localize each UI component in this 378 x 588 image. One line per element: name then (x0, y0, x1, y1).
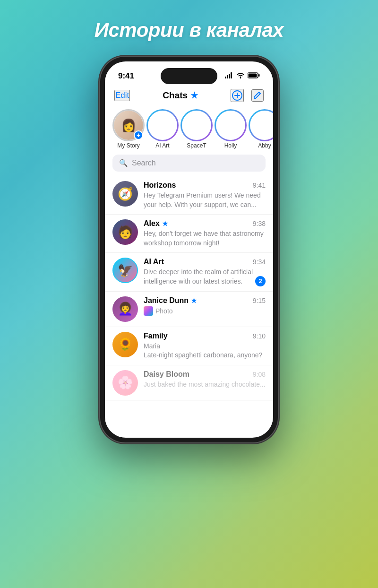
phone-frame: 9:41 (99, 56, 279, 443)
story-item-my-story[interactable]: 👩 + My Story (112, 111, 146, 149)
daisy-avatar: 🌸 (112, 370, 138, 396)
chat-list: 🧭 Horizons 9:41 Hey Telegram Premium use… (105, 176, 273, 401)
horizons-preview: Hey Telegram Premium users! We need your… (144, 191, 266, 209)
family-time: 9:10 (253, 332, 266, 340)
photo-thumb (144, 306, 153, 316)
chat-item-family[interactable]: 🌻 Family 9:10 MariaLate-night spaghetti … (105, 327, 273, 365)
daisy-time: 9:08 (253, 371, 266, 378)
horizons-name: Horizons (144, 181, 176, 190)
horizons-avatar: 🧭 (112, 181, 138, 207)
unread-badge-ai-art: 2 (255, 276, 266, 286)
alex-star: ★ (162, 220, 168, 227)
search-icon: 🔍 (119, 159, 128, 167)
janice-photo-preview: Photo (144, 306, 266, 316)
svg-rect-3 (231, 72, 232, 78)
ai-art-chat-preview: Dive deeper into the realm of artificial… (144, 268, 255, 286)
my-story-label: My Story (117, 142, 139, 149)
abby-label: Abby (258, 142, 271, 149)
family-preview: MariaLate-night spaghetti carbonara, any… (144, 342, 266, 360)
edit-button[interactable]: Edit (114, 90, 130, 101)
new-group-button[interactable] (231, 89, 244, 102)
family-name: Family (144, 332, 168, 340)
alex-content: Alex ★ 9:38 Hey, don't forget we have th… (144, 219, 266, 248)
janice-star: ★ (191, 297, 197, 304)
story-item-abby[interactable]: ✌️ Abby (248, 111, 273, 149)
family-content: Family 9:10 MariaLate-night spaghetti ca… (144, 332, 266, 360)
phone-screen: 9:41 (105, 61, 273, 438)
header-title: Chats ★ (163, 90, 198, 101)
search-bar[interactable]: 🔍 Search (112, 155, 266, 172)
svg-rect-6 (258, 74, 260, 77)
wifi-icon (236, 72, 245, 80)
story-item-ai-art[interactable]: 🦅 AI Art (146, 111, 180, 149)
ai-art-chat-avatar: 🦅 (112, 258, 138, 283)
phone-mockup: 9:41 (99, 56, 279, 443)
add-story-badge: + (134, 130, 143, 140)
status-icons (225, 72, 260, 80)
ai-art-label: AI Art (155, 142, 169, 149)
janice-time: 9:15 (253, 297, 266, 304)
chat-item-janice[interactable]: 👩‍🦱 Janice Dunn ★ 9:15 Photo (105, 292, 273, 327)
search-placeholder: Search (132, 159, 156, 167)
alex-time: 9:38 (253, 220, 266, 227)
family-avatar: 🌻 (112, 332, 138, 357)
story-item-spacet[interactable]: 🚀 SpaceT (180, 111, 214, 149)
horizons-time: 9:41 (253, 182, 266, 189)
janice-avatar: 👩‍🦱 (112, 296, 138, 322)
stories-row: 👩 + My Story 🦅 AI Art (105, 107, 273, 155)
chat-header: Edit Chats ★ (105, 87, 273, 107)
chats-label: Chats (163, 90, 188, 101)
dynamic-island (161, 68, 217, 84)
daisy-preview: Just baked the most amazing chocolate... (144, 380, 266, 389)
janice-preview: Photo (155, 307, 173, 315)
svg-rect-5 (249, 74, 257, 78)
chat-item-daisy[interactable]: 🌸 Daisy Bloom 9:08 Just baked the most a… (105, 365, 273, 401)
spacet-label: SpaceT (187, 142, 206, 149)
header-actions (231, 89, 264, 102)
chat-item-alex[interactable]: 🧑 Alex ★ 9:38 Hey, don't forget we have … (105, 215, 273, 253)
ai-art-chat-time: 9:34 (253, 258, 266, 266)
header-star: ★ (190, 90, 198, 101)
holly-label: Holly (224, 142, 237, 149)
story-item-holly[interactable]: 👩 Holly (214, 111, 248, 149)
signal-icon (225, 72, 233, 80)
chat-item-ai-art[interactable]: 🦅 AI Art 9:34 Dive deeper into the realm… (105, 253, 273, 291)
horizons-content: Horizons 9:41 Hey Telegram Premium users… (144, 181, 266, 209)
ai-art-chat-content: AI Art 9:34 Dive deeper into the realm o… (144, 258, 266, 286)
chat-item-horizons[interactable]: 🧭 Horizons 9:41 Hey Telegram Premium use… (105, 176, 273, 215)
compose-button[interactable] (251, 89, 264, 102)
alex-avatar: 🧑 (112, 219, 138, 245)
battery-icon (248, 72, 260, 80)
status-time: 9:41 (118, 71, 134, 81)
alex-name: Alex ★ (144, 219, 168, 228)
daisy-name: Daisy Bloom (144, 370, 189, 379)
svg-rect-0 (225, 77, 226, 78)
page-title: Истории в каналах (94, 19, 284, 42)
svg-rect-2 (229, 74, 230, 78)
janice-name: Janice Dunn ★ (144, 296, 197, 305)
janice-content: Janice Dunn ★ 9:15 Photo (144, 296, 266, 316)
ai-art-chat-name: AI Art (144, 258, 164, 266)
daisy-content: Daisy Bloom 9:08 Just baked the most ama… (144, 370, 266, 389)
alex-preview: Hey, don't forget we have that astronomy… (144, 229, 266, 248)
svg-rect-1 (227, 75, 228, 78)
